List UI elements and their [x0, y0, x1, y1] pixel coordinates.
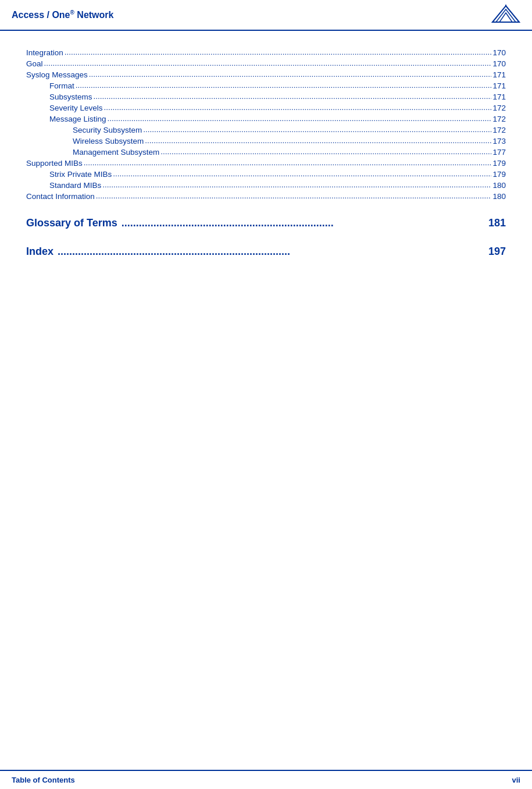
toc-label-severity-levels: Severity Levels	[49, 104, 103, 112]
svg-marker-0	[492, 6, 519, 22]
index-dots: ........................................…	[55, 246, 487, 258]
index-page: 197	[488, 246, 506, 258]
footer-section-label: Table of Contents	[12, 776, 75, 784]
toc-dots-severity-levels: ........................................…	[104, 104, 492, 112]
toc-dots-contact-information: ........................................…	[96, 192, 492, 200]
toc-page-syslog-messages: 171	[492, 70, 506, 79]
toc-dots-strix-private-mibs: ........................................…	[113, 170, 491, 178]
toc-dots-format: ........................................…	[76, 81, 492, 90]
toc-label-goal: Goal	[26, 59, 43, 68]
toc-dots-goal: ........................................…	[44, 59, 492, 67]
toc-page-message-listing: 172	[492, 115, 506, 123]
toc-page-management-subsystem: 177	[492, 148, 506, 157]
toc-page-goal: 170	[492, 59, 506, 68]
toc-label-message-listing: Message Listing	[49, 115, 106, 123]
toc-entry-standard-mibs[interactable]: Standard MIBs ..........................…	[26, 181, 506, 190]
toc-dots-subsystems: ........................................…	[94, 93, 492, 101]
toc-page-integration: 170	[492, 48, 506, 57]
toc-entry-supported-mibs[interactable]: Supported MIBs .........................…	[26, 159, 506, 168]
toc-entry-integration[interactable]: Integration ............................…	[26, 48, 506, 57]
toc-entry-syslog-messages[interactable]: Syslog Messages ........................…	[26, 70, 506, 79]
toc-entry-management-subsystem[interactable]: Management Subsystem ...................…	[26, 148, 506, 157]
toc-dots-wireless-subsystem: ........................................…	[145, 137, 491, 145]
toc-content: Integration ............................…	[0, 31, 532, 770]
toc-section-index[interactable]: Index ..................................…	[26, 246, 506, 258]
toc-label-standard-mibs: Standard MIBs	[49, 181, 101, 190]
toc-label-contact-information: Contact Information	[26, 192, 95, 201]
page-header: Access / One® Network	[0, 0, 532, 31]
toc-entry-contact-information[interactable]: Contact Information ....................…	[26, 192, 506, 201]
toc-dots-standard-mibs: ........................................…	[102, 181, 491, 189]
toc-label-subsystems: Subsystems	[49, 93, 92, 101]
toc-label-strix-private-mibs: Strix Private MIBs	[49, 170, 112, 179]
toc-dots-management-subsystem: ........................................…	[160, 148, 491, 156]
toc-dots-integration: ........................................…	[65, 48, 492, 56]
toc-page-format: 171	[492, 81, 506, 90]
toc-page-wireless-subsystem: 173	[492, 137, 506, 145]
toc-label-security-subsystem: Security Subsystem	[73, 126, 142, 134]
toc-label-syslog-messages: Syslog Messages	[26, 70, 88, 79]
toc-label-supported-mibs: Supported MIBs	[26, 159, 83, 168]
toc-entry-format[interactable]: Format .................................…	[26, 81, 506, 90]
toc-entry-severity-levels[interactable]: Severity Levels ........................…	[26, 104, 506, 112]
toc-entry-goal[interactable]: Goal ...................................…	[26, 59, 506, 68]
svg-marker-2	[499, 13, 512, 22]
toc-section-glossary[interactable]: Glossary of Terms ......................…	[26, 217, 506, 229]
logo-icon	[491, 5, 520, 25]
toc-entry-strix-private-mibs[interactable]: Strix Private MIBs .....................…	[26, 170, 506, 179]
toc-dots-syslog-messages: ........................................…	[89, 70, 492, 79]
glossary-dots: ........................................…	[119, 217, 487, 229]
footer-page-number: vii	[512, 776, 520, 784]
toc-label-format: Format	[49, 81, 74, 90]
toc-entry-wireless-subsystem[interactable]: Wireless Subsystem .....................…	[26, 137, 506, 145]
toc-page-supported-mibs: 179	[492, 159, 506, 168]
toc-entry-message-listing[interactable]: Message Listing ........................…	[26, 115, 506, 123]
toc-page-security-subsystem: 172	[492, 126, 506, 134]
glossary-label: Glossary of Terms	[26, 217, 117, 229]
toc-label-wireless-subsystem: Wireless Subsystem	[73, 137, 144, 145]
toc-entry-subsystems[interactable]: Subsystems .............................…	[26, 93, 506, 101]
toc-page-strix-private-mibs: 179	[492, 170, 506, 179]
toc-entry-security-subsystem[interactable]: Security Subsystem .....................…	[26, 126, 506, 134]
toc-page-severity-levels: 172	[492, 104, 506, 112]
glossary-page: 181	[488, 217, 506, 229]
toc-dots-supported-mibs: ........................................…	[84, 159, 492, 167]
toc-page-standard-mibs: 180	[492, 181, 506, 190]
header-title: Access / One® Network	[12, 9, 113, 20]
svg-marker-1	[496, 9, 516, 22]
toc-dots-security-subsystem: ........................................…	[143, 126, 491, 134]
toc-label-management-subsystem: Management Subsystem	[73, 148, 159, 157]
toc-page-contact-information: 180	[492, 192, 506, 201]
page-footer: Table of Contents vii	[0, 770, 532, 789]
toc-page-subsystems: 171	[492, 93, 506, 101]
index-label: Index	[26, 246, 53, 258]
toc-label-integration: Integration	[26, 48, 63, 57]
toc-dots-message-listing: ........................................…	[108, 115, 492, 123]
